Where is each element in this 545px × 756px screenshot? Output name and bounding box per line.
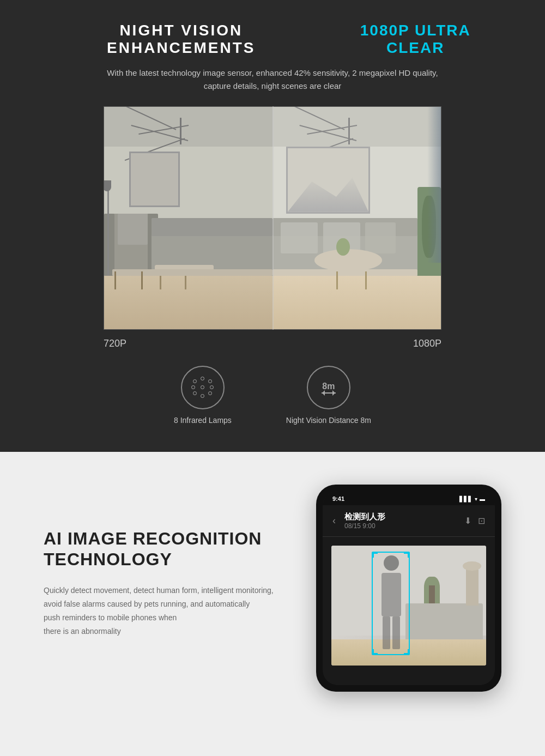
ir-dot-3 xyxy=(210,385,214,389)
wifi-icon: ▾ xyxy=(475,496,477,502)
phone-nav-bar: ‹ 检测到人形 08/15 9:00 ⬇ ⊡ xyxy=(323,505,495,537)
image-720p xyxy=(104,107,272,329)
comparison-container xyxy=(104,106,441,330)
image-1080p xyxy=(272,107,441,329)
label-720p: 720P xyxy=(104,338,126,349)
phone-mockup: 9:41 ▋▋▋ ▾ ▬ ‹ 检测到人形 08/15 9:00 ⬇ xyxy=(316,485,501,692)
phone-status-bar: 9:41 ▋▋▋ ▾ ▬ xyxy=(323,491,495,505)
phone-inner: 9:41 ▋▋▋ ▾ ▬ ‹ 检测到人形 08/15 9:00 ⬇ xyxy=(323,491,495,685)
phone-status-icons: ▋▋▋ ▾ ▬ xyxy=(459,496,485,502)
night-vision-distance-label: Night Vision Distance 8m xyxy=(286,416,371,425)
infrared-lamps-icon-circle xyxy=(181,366,225,409)
ir-dot-1 xyxy=(201,377,204,380)
phone-video-area xyxy=(331,546,486,666)
phone-download-icon[interactable]: ⬇ xyxy=(464,516,471,526)
phone-nav-subtitle: 08/15 9:00 xyxy=(344,522,464,530)
nv-title: NIGHT VISION ENHANCEMENTS xyxy=(44,22,319,57)
video-scene xyxy=(331,546,486,666)
phone-back-button[interactable]: ‹ xyxy=(332,515,336,527)
quality-labels: 720P 1080P xyxy=(104,338,441,349)
nv-header: NIGHT VISION ENHANCEMENTS 1080P ULTRA CL… xyxy=(44,22,501,57)
detection-box xyxy=(372,552,410,655)
comparison-image xyxy=(104,106,441,330)
phone-action-icons: ⬇ ⊡ xyxy=(464,516,485,526)
nv-subtitle: 1080P ULTRA CLEAR xyxy=(330,22,501,57)
ai-text-block: AI IMAGE RECOGNITIONTECHNOLOGY Quickly d… xyxy=(44,485,283,639)
nv-description: With the latest technology image sensor,… xyxy=(44,66,501,93)
comparison-divider xyxy=(272,106,274,330)
ir-dot-5 xyxy=(201,394,204,398)
phone-nav-title: 检测到人形 08/15 9:00 xyxy=(344,512,464,530)
ir-dot-2 xyxy=(208,379,212,383)
ai-section: AI IMAGE RECOGNITIONTECHNOLOGY Quickly d… xyxy=(0,452,545,756)
ir-dot-4 xyxy=(208,391,212,395)
ir-dot-center xyxy=(201,385,204,389)
ai-title: AI IMAGE RECOGNITIONTECHNOLOGY xyxy=(44,528,283,570)
ir-dot-8 xyxy=(193,379,197,383)
signal-icon: ▋▋▋ xyxy=(459,496,473,502)
infrared-lamps-label: 8 Infrared Lamps xyxy=(174,416,232,425)
ir-dots-icon xyxy=(190,375,215,400)
feature-icons-row: 8 Infrared Lamps 8m Night Vision Distanc… xyxy=(44,366,501,425)
phone-fullscreen-icon[interactable]: ⊡ xyxy=(478,516,485,526)
detection-corner-tr xyxy=(404,552,409,558)
night-vision-distance-icon-circle: 8m xyxy=(307,366,350,409)
detection-corner-br xyxy=(404,649,409,655)
night-vision-section: NIGHT VISION ENHANCEMENTS 1080P ULTRA CL… xyxy=(0,0,545,452)
distance-arrow-line xyxy=(322,392,336,394)
phone-time: 9:41 xyxy=(332,495,344,502)
phone-nav-main-title: 检测到人形 xyxy=(344,512,464,522)
ai-description: Quickly detect movement, detect human fo… xyxy=(44,584,283,639)
battery-icon: ▬ xyxy=(480,496,485,502)
ir-dot-6 xyxy=(193,391,197,395)
ir-dot-7 xyxy=(191,385,195,389)
night-vision-distance-item: 8m Night Vision Distance 8m xyxy=(286,366,371,425)
detection-corner-bl xyxy=(372,649,378,655)
label-1080p: 1080P xyxy=(413,338,441,349)
detection-corner-tl xyxy=(372,552,378,558)
infrared-lamps-item: 8 Infrared Lamps xyxy=(174,366,232,425)
distance-arrows xyxy=(322,392,336,394)
phone-bottom-padding xyxy=(323,674,495,685)
distance-icon: 8m xyxy=(322,382,336,394)
phone-container: 9:41 ▋▋▋ ▾ ▬ ‹ 检测到人形 08/15 9:00 ⬇ xyxy=(316,485,501,692)
